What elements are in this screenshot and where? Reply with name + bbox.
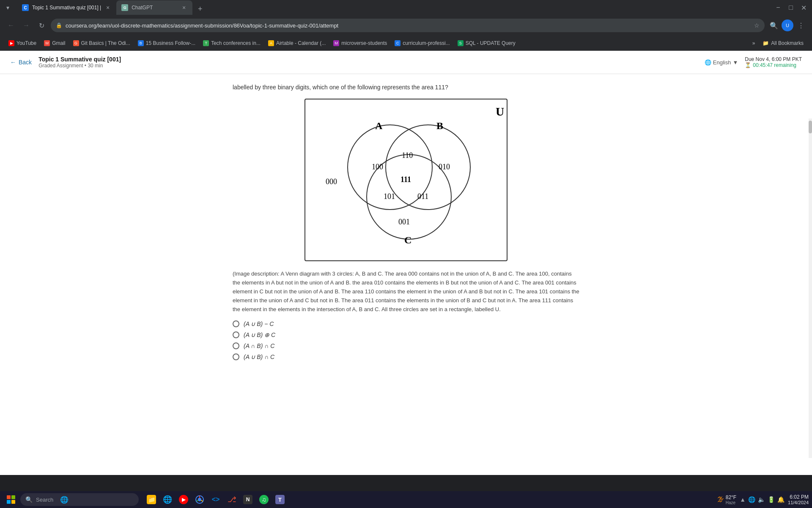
bookmark-label-airtable: Airtable - Calendar (...: [276, 40, 326, 46]
bookmark-favicon-microverse: M: [333, 40, 339, 46]
venn-label-b: B: [436, 120, 443, 131]
bookmark-business[interactable]: B 15 Business Follow-...: [134, 39, 199, 48]
region-011: 011: [417, 192, 428, 201]
venn-diagram-container: U A B C 000 100: [304, 99, 508, 261]
answer-option-3[interactable]: (A ∩ B) ∩ C: [233, 342, 579, 349]
answer-option-4[interactable]: (A ∪ B) ∩ C: [233, 353, 579, 360]
vertical-scrollbar[interactable]: [809, 119, 812, 458]
answer-option-2[interactable]: (A ∪ B) ⊕ C: [233, 331, 579, 338]
window-controls: − □ ✕: [773, 3, 809, 13]
tab-coursera[interactable]: C Topic 1 Summative quiz [001] | ×: [17, 0, 116, 15]
url-text: coursera.org/learn/uol-discrete-mathemat…: [66, 22, 751, 29]
radio-2[interactable]: [233, 331, 239, 338]
timer-icon: ⏳: [745, 62, 751, 68]
quiz-content: labelled by three binary digits, which o…: [216, 74, 596, 386]
due-date-label: Due Nov 4, 6:00 PM PKT: [745, 56, 802, 62]
venn-label-a: A: [375, 120, 383, 131]
venn-label-u: U: [496, 105, 504, 118]
tab-list-button[interactable]: ▾: [3, 3, 12, 12]
title-bar: ▾ C Topic 1 Summative quiz [001] | × G C…: [0, 0, 812, 15]
bookmark-curriculum[interactable]: C curriculum-professi...: [391, 39, 453, 48]
reload-button[interactable]: ↻: [36, 19, 47, 31]
due-info: Due Nov 4, 6:00 PM PKT ⏳ 00:45:47 remain…: [745, 56, 802, 68]
bookmark-label-youtube: YouTube: [16, 40, 36, 46]
bookmark-favicon-git: G: [73, 40, 79, 46]
ssl-icon: 🔒: [56, 22, 62, 28]
bookmark-microverse[interactable]: M microverse-students: [330, 39, 390, 48]
close-button[interactable]: ✕: [798, 3, 809, 13]
bookmark-favicon-curriculum: C: [395, 40, 401, 46]
header-right: 🌐 English ▼ Due Nov 4, 6:00 PM PKT ⏳ 00:…: [705, 56, 802, 68]
back-button-label: Back: [19, 59, 32, 66]
back-button[interactable]: ← Back: [10, 59, 32, 66]
bookmark-sql[interactable]: S SQL - UPDATE Query: [454, 39, 519, 48]
assignment-subtitle: Graded Assignment • 30 min: [38, 63, 121, 69]
bookmark-git[interactable]: G Git Basics | The Odi...: [70, 39, 134, 48]
bookmark-label-gmail: Gmail: [52, 40, 65, 46]
tab-close-coursera[interactable]: ×: [104, 4, 111, 11]
language-selector[interactable]: 🌐 English ▼: [705, 59, 738, 66]
new-tab-button[interactable]: +: [194, 3, 206, 15]
minimize-button[interactable]: −: [773, 3, 783, 13]
region-110: 110: [402, 151, 413, 160]
language-label: English: [713, 59, 731, 66]
bookmark-favicon-gmail: M: [44, 40, 50, 46]
answer-option-1[interactable]: (A ∪ B) − C: [233, 320, 579, 327]
region-100: 100: [372, 163, 383, 171]
bookmark-favicon-tech: T: [203, 40, 209, 46]
region-111: 111: [401, 175, 411, 184]
tab-title-coursera: Topic 1 Summative quiz [001] |: [32, 5, 101, 11]
scrollbar-thumb[interactable]: [809, 121, 812, 133]
region-101: 101: [384, 192, 395, 201]
tab-favicon-chatgpt: G: [121, 4, 128, 11]
all-bookmarks-label: All Bookmarks: [771, 40, 804, 46]
bookmark-favicon-youtube: ▶: [8, 40, 14, 46]
countdown-timer: ⏳ 00:45:47 remaining: [745, 62, 802, 68]
bookmark-youtube[interactable]: ▶ YouTube: [5, 39, 40, 48]
address-bar: ← → ↻ 🔒 coursera.org/learn/uol-discrete-…: [0, 15, 812, 36]
globe-icon: 🌐: [705, 59, 711, 66]
answer-text-1: (A ∪ B) − C: [244, 320, 274, 327]
answer-text-2: (A ∪ B) ⊕ C: [244, 331, 275, 338]
bookmark-favicon-sql: S: [458, 40, 464, 46]
search-labs-button[interactable]: 🔍: [768, 19, 780, 31]
region-010: 010: [439, 163, 450, 171]
back-arrow-icon: ←: [10, 59, 16, 66]
profile-button[interactable]: U: [782, 19, 793, 31]
menu-button[interactable]: ⋮: [795, 19, 807, 31]
radio-1[interactable]: [233, 320, 239, 327]
venn-diagram-svg: U A B C 000 100: [310, 104, 504, 256]
bookmark-label-git: Git Basics | The Odi...: [81, 40, 130, 46]
bookmark-favicon-airtable: A: [268, 40, 274, 46]
radio-3[interactable]: [233, 342, 239, 349]
tab-chatgpt[interactable]: G ChatGPT ×: [116, 0, 192, 15]
answer-choices: (A ∪ B) − C (A ∪ B) ⊕ C (A ∩ B) ∩ C (A ∪…: [233, 320, 579, 360]
forward-nav-button[interactable]: →: [20, 19, 32, 31]
bookmark-gmail[interactable]: M Gmail: [41, 39, 69, 48]
all-bookmarks-button[interactable]: 📁 All Bookmarks: [759, 39, 807, 48]
question-text: labelled by three binary digits, which o…: [233, 83, 579, 92]
assignment-title: Topic 1 Summative quiz [001]: [38, 56, 121, 63]
bookmark-label-sql: SQL - UPDATE Query: [466, 40, 516, 46]
bookmarks-overflow-button[interactable]: »: [749, 39, 759, 48]
assignment-info: Topic 1 Summative quiz [001] Graded Assi…: [38, 56, 121, 69]
bookmark-label-business: 15 Business Follow-...: [146, 40, 195, 46]
tab-favicon-coursera: C: [22, 4, 29, 11]
image-description: (Image description: A Venn diagram with …: [233, 270, 579, 314]
bookmark-airtable[interactable]: A Airtable - Calendar (...: [265, 39, 329, 48]
bookmark-tech[interactable]: T Tech conferences in...: [200, 39, 264, 48]
region-001: 001: [398, 218, 410, 226]
url-bar[interactable]: 🔒 coursera.org/learn/uol-discrete-mathem…: [51, 19, 765, 32]
back-nav-button[interactable]: ←: [5, 19, 17, 31]
bookmark-star-icon[interactable]: ☆: [754, 22, 760, 29]
answer-text-3: (A ∩ B) ∩ C: [244, 342, 274, 349]
bookmark-label-tech: Tech conferences in...: [211, 40, 261, 46]
profile-initial: U: [786, 23, 789, 28]
tab-close-chatgpt[interactable]: ×: [181, 4, 187, 11]
chevron-down-icon: ▼: [732, 59, 738, 66]
bookmark-label-microverse: microverse-students: [341, 40, 387, 46]
maximize-button[interactable]: □: [786, 3, 796, 13]
radio-4[interactable]: [233, 353, 239, 360]
coursera-header: ← Back Topic 1 Summative quiz [001] Grad…: [0, 51, 812, 74]
region-000: 000: [326, 177, 337, 186]
